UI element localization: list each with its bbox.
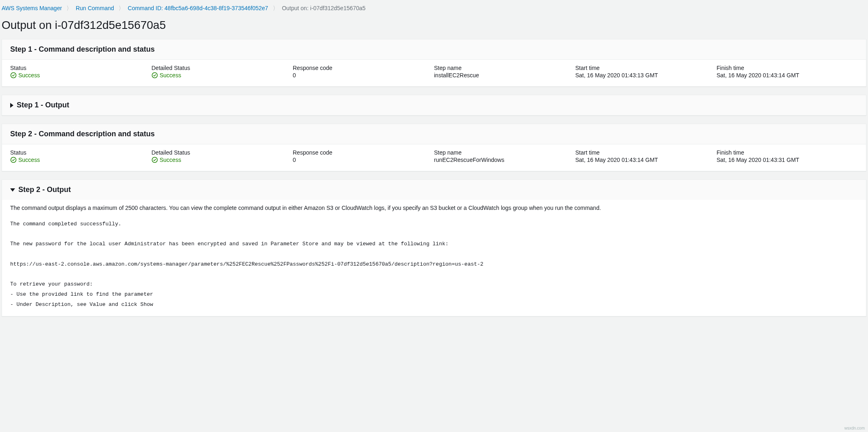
step1-detailed-status-field: Detailed Status Success [151,65,293,80]
step2-output-panel: Step 2 - Output The command output displ… [2,179,866,316]
output-description: The command output displays a maximum of… [10,205,858,211]
status-badge: Success [151,72,181,79]
finish-time-value: Sat, 16 May 2020 01:43:31 GMT [717,157,850,163]
detailed-status-value: Success [160,157,181,163]
chevron-right-icon: 〉 [119,5,123,12]
response-code-value: 0 [293,157,426,163]
check-circle-icon [151,72,158,79]
step1-finish-time-field: Finish time Sat, 16 May 2020 01:43:14 GM… [717,65,858,80]
status-badge: Success [151,157,181,163]
step2-output-header: Step 2 - Output [18,185,71,194]
field-label: Step name [434,65,567,71]
finish-time-value: Sat, 16 May 2020 01:43:14 GMT [717,72,850,79]
step1-output-toggle[interactable]: Step 1 - Output [2,95,866,115]
field-label: Start time [575,65,708,71]
step2-detailed-status-field: Detailed Status Success [151,149,293,164]
step1-desc-panel: Step 1 - Command description and status … [2,39,866,87]
field-label: Finish time [717,149,850,156]
status-value: Success [18,72,40,79]
step2-status-field: Status Success [10,149,151,164]
chevron-right-icon: 〉 [273,5,277,12]
breadcrumb: AWS Systems Manager 〉 Run Command 〉 Comm… [0,0,868,15]
step1-output-panel: Step 1 - Output [2,95,866,116]
field-label: Status [10,65,143,71]
step1-response-code-field: Response code 0 [293,65,434,80]
check-circle-icon [10,72,17,79]
step1-start-time-field: Start time Sat, 16 May 2020 01:43:13 GMT [575,65,717,80]
breadcrumb-link-command-id[interactable]: Command ID: 48fbc5a6-698d-4c38-8f19-3735… [128,5,268,11]
field-label: Response code [293,65,426,71]
step-name-value: installEC2Rescue [434,72,567,79]
detailed-status-value: Success [160,72,181,79]
status-value: Success [18,157,40,163]
step2-step-name-field: Step name runEC2RescueForWindows [434,149,575,164]
step2-start-time-field: Start time Sat, 16 May 2020 01:43:14 GMT [575,149,717,164]
step2-desc-panel: Step 2 - Command description and status … [2,124,866,171]
step1-output-header: Step 1 - Output [17,101,69,109]
field-label: Start time [575,149,708,156]
check-circle-icon [10,157,17,163]
response-code-value: 0 [293,72,426,79]
field-label: Response code [293,149,426,156]
step2-desc-header: Step 2 - Command description and status [2,124,866,144]
start-time-value: Sat, 16 May 2020 01:43:13 GMT [575,72,708,79]
breadcrumb-link-run-command[interactable]: Run Command [76,5,114,11]
page-title: Output on i-07df312d5e15670a5 [0,15,868,39]
status-badge: Success [10,157,40,163]
check-circle-icon [151,157,158,163]
field-label: Step name [434,149,567,156]
step1-status-field: Status Success [10,65,151,80]
step-name-value: runEC2RescueForWindows [434,157,567,163]
breadcrumb-current: Output on: i-07df312d5e15670a5 [282,5,366,11]
status-badge: Success [10,72,40,79]
start-time-value: Sat, 16 May 2020 01:43:14 GMT [575,157,708,163]
field-label: Status [10,149,143,156]
field-label: Detailed Status [151,65,285,71]
step1-desc-header: Step 1 - Command description and status [2,39,866,60]
field-label: Detailed Status [151,149,285,156]
chevron-right-icon: 〉 [67,5,71,12]
step2-response-code-field: Response code 0 [293,149,434,164]
caret-right-icon [10,103,13,108]
field-label: Finish time [717,65,850,71]
step2-output-toggle[interactable]: Step 2 - Output [2,180,866,200]
output-text: The command completed successfully. The … [10,219,858,310]
step2-finish-time-field: Finish time Sat, 16 May 2020 01:43:31 GM… [717,149,858,164]
breadcrumb-link-systems-manager[interactable]: AWS Systems Manager [2,5,62,11]
step1-step-name-field: Step name installEC2Rescue [434,65,575,80]
caret-down-icon [10,188,15,192]
